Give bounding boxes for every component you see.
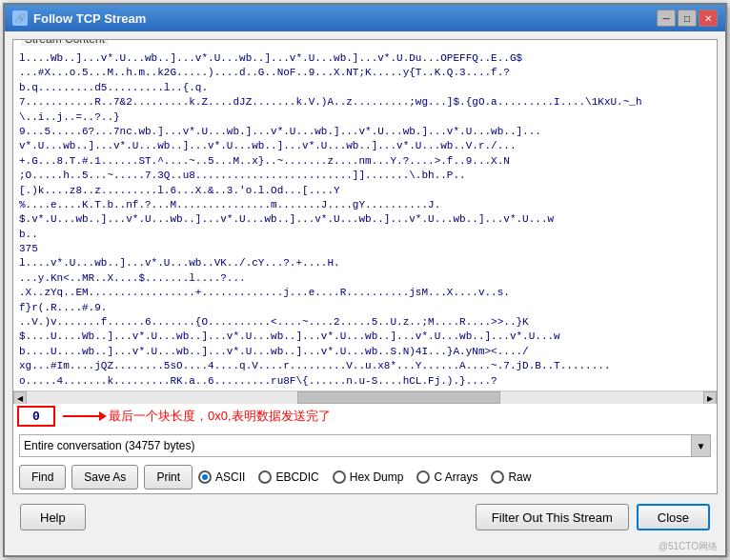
horizontal-scrollbar[interactable]: ◀ ▶ xyxy=(13,390,717,404)
scroll-track[interactable] xyxy=(27,391,703,404)
watermark: @51CTO网络 xyxy=(1,540,721,553)
bottom-left: Help xyxy=(20,504,86,530)
scroll-right-button[interactable]: ▶ xyxy=(703,391,717,404)
radio-hexdump-label: Hex Dump xyxy=(350,470,404,484)
save-as-button[interactable]: Save As xyxy=(71,465,138,490)
main-window: 🔗 Follow TCP Stream ─ □ ✕ Stream Content… xyxy=(3,3,727,557)
minimize-button[interactable]: ─ xyxy=(657,10,676,27)
radio-raw[interactable]: Raw xyxy=(491,470,531,484)
stream-content-group: Stream Content l....Wb..]...v*.U...wb..]… xyxy=(12,39,718,494)
annotation-row: 0 最后一个块长度，0x0,表明数据发送完了 xyxy=(13,404,717,430)
radio-ebcdic[interactable]: EBCDIC xyxy=(258,470,318,484)
radio-ebcdic-label: EBCDIC xyxy=(275,470,318,484)
window-title: Follow TCP Stream xyxy=(33,11,146,26)
find-button[interactable]: Find xyxy=(19,465,66,490)
scroll-left-button[interactable]: ◀ xyxy=(13,391,27,404)
close-window-button[interactable]: ✕ xyxy=(699,10,718,27)
annotation-text: 最后一个块长度，0x0,表明数据发送完了 xyxy=(109,408,331,425)
radio-carrays-circle[interactable] xyxy=(416,470,430,484)
radio-raw-label: Raw xyxy=(508,470,531,484)
bottom-row: Help Filter Out This Stream Close xyxy=(12,500,718,534)
zero-box: 0 xyxy=(17,406,55,427)
close-action-button[interactable]: Close xyxy=(637,504,710,530)
radio-raw-circle[interactable] xyxy=(491,470,504,484)
encoding-radio-group: ASCII EBCDIC Hex Dump C Arrays xyxy=(198,470,711,484)
radio-ebcdic-circle[interactable] xyxy=(258,470,272,484)
dropdown-arrow-button[interactable]: ▼ xyxy=(692,434,711,457)
stream-text-display[interactable]: l....Wb..]...v*.U...wb..]...v*.U...wb..]… xyxy=(13,48,717,390)
group-box-label: Stream Content xyxy=(21,39,109,46)
window-icon: 🔗 xyxy=(12,10,28,26)
help-button[interactable]: Help xyxy=(20,504,86,530)
radio-ascii-circle[interactable] xyxy=(198,470,212,484)
radio-hexdump-circle[interactable] xyxy=(333,470,346,484)
title-bar: 🔗 Follow TCP Stream ─ □ ✕ xyxy=(5,5,725,31)
radio-ascii-label: ASCII xyxy=(215,470,245,484)
arrow-annotation xyxy=(63,415,101,417)
radio-carrays[interactable]: C Arrays xyxy=(416,470,477,484)
scroll-thumb[interactable] xyxy=(297,391,500,404)
toolbar-row: Find Save As Print ASCII EBCDIC Hex xyxy=(13,461,717,493)
print-button[interactable]: Print xyxy=(144,465,193,490)
conversation-select[interactable]: Entire conversation (34757 bytes) xyxy=(19,434,692,457)
conversation-dropdown-row: Entire conversation (34757 bytes) ▼ xyxy=(13,430,717,461)
window-body: Stream Content l....Wb..]...v*.U...wb..]… xyxy=(5,31,725,542)
filter-out-stream-button[interactable]: Filter Out This Stream xyxy=(476,504,629,530)
radio-carrays-label: C Arrays xyxy=(434,470,477,484)
title-controls: ─ □ ✕ xyxy=(657,10,718,27)
bottom-right: Filter Out This Stream Close xyxy=(476,504,710,530)
maximize-button[interactable]: □ xyxy=(678,10,697,27)
radio-hexdump[interactable]: Hex Dump xyxy=(333,470,404,484)
title-bar-left: 🔗 Follow TCP Stream xyxy=(12,10,146,26)
radio-ascii[interactable]: ASCII xyxy=(198,470,245,484)
arrow-line xyxy=(63,415,101,417)
stream-content-area: l....Wb..]...v*.U...wb..]...v*.U...wb..]… xyxy=(13,48,717,404)
